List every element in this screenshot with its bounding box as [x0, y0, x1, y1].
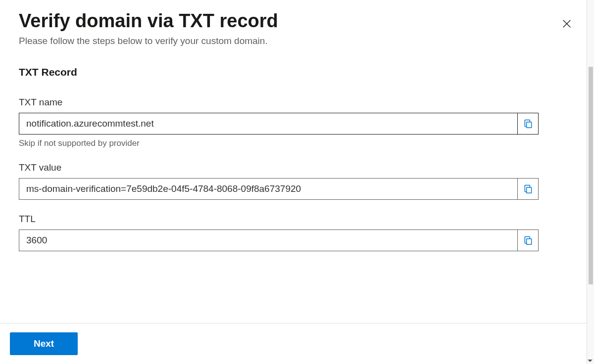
scrollbar-down-arrow-icon[interactable] — [588, 360, 593, 362]
panel-title: Verify domain via TXT record — [19, 10, 557, 33]
txt-name-hint: Skip if not supported by provider — [19, 138, 539, 148]
close-button[interactable] — [557, 14, 577, 34]
copy-icon — [523, 119, 533, 129]
txt-name-label: TXT name — [19, 97, 539, 108]
section-title: TXT Record — [19, 66, 577, 78]
ttl-label: TTL — [19, 214, 539, 225]
panel-subtitle: Please follow the steps below to verify … — [19, 36, 557, 46]
panel-footer: Next — [0, 323, 587, 364]
txt-value-field: TXT value — [19, 162, 539, 200]
svg-rect-4 — [526, 238, 531, 244]
copy-ttl-button[interactable] — [518, 229, 539, 251]
txt-name-field: TXT name Skip if not supported by provid… — [19, 97, 539, 148]
svg-rect-3 — [526, 187, 531, 193]
scrollbar[interactable] — [587, 0, 594, 364]
svg-rect-2 — [526, 122, 531, 128]
txt-value-label: TXT value — [19, 162, 539, 173]
copy-icon — [523, 184, 533, 194]
txt-name-input[interactable] — [19, 113, 518, 135]
verify-domain-panel: Verify domain via TXT record Please foll… — [0, 0, 587, 364]
panel-header: Verify domain via TXT record Please foll… — [19, 10, 577, 46]
copy-txt-value-button[interactable] — [518, 178, 539, 200]
close-icon — [561, 18, 572, 29]
txt-value-input[interactable] — [19, 178, 518, 200]
scrollbar-thumb[interactable] — [589, 67, 593, 284]
copy-icon — [523, 235, 533, 245]
next-button[interactable]: Next — [10, 332, 78, 355]
ttl-field: TTL — [19, 214, 539, 251]
copy-txt-name-button[interactable] — [518, 113, 539, 135]
ttl-input[interactable] — [19, 229, 518, 251]
